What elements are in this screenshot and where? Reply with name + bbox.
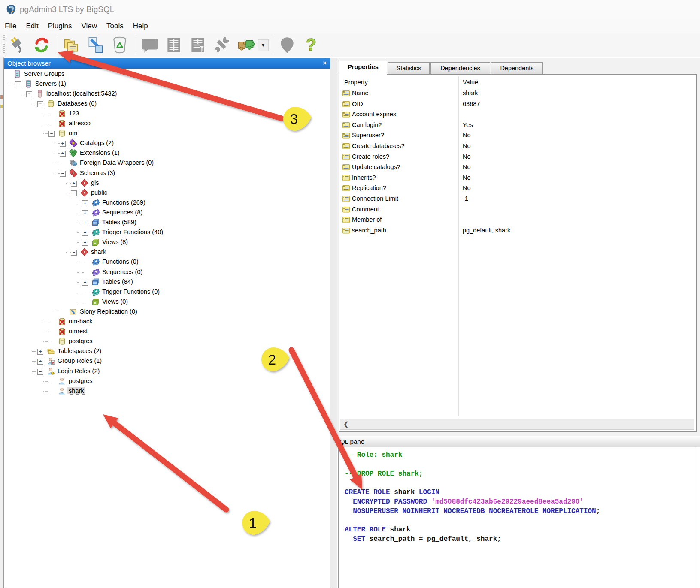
plugins-dropdown-button[interactable]: ▼ xyxy=(258,39,269,51)
tree-item-servers-1[interactable]: −Servers (1) xyxy=(4,79,330,89)
property-row-create-roles[interactable]: Create roles?No xyxy=(339,152,696,163)
object-properties-button[interactable] xyxy=(62,35,82,55)
tab-dependents[interactable]: Dependents xyxy=(491,62,543,74)
tree-item-login-roles-2[interactable]: −Login Roles (2) xyxy=(4,367,330,377)
tree-item-tables-589[interactable]: +Tables (589) xyxy=(4,218,330,228)
menu-help[interactable]: Help xyxy=(128,21,153,31)
tree-item-functions-269[interactable]: +Functions (269) xyxy=(4,198,330,208)
refresh-object-button[interactable] xyxy=(32,35,52,55)
help-button[interactable]: ? xyxy=(301,35,321,55)
tree-item-tables-84[interactable]: +Tables (84) xyxy=(4,277,330,287)
tree-item-postgres[interactable]: postgres xyxy=(4,337,330,347)
expander-plus-icon[interactable]: + xyxy=(82,240,88,246)
property-value: No xyxy=(463,184,471,191)
tree-item-label: Functions (269) xyxy=(101,199,147,206)
property-row-search-path[interactable]: search_pathpg_default, shark xyxy=(339,226,696,236)
expander-minus-icon[interactable]: − xyxy=(71,250,77,256)
tree-item-server-groups[interactable]: Server Groups xyxy=(4,69,330,79)
property-row-member-of[interactable]: Member of xyxy=(339,215,696,226)
tree-item-foreign-data-wrappers-0[interactable]: Foreign Data Wrappers (0) xyxy=(4,158,330,168)
sql-line xyxy=(345,460,600,470)
property-name: Create databases? xyxy=(352,142,405,149)
vertical-splitter[interactable] xyxy=(330,58,337,588)
menu-plugins[interactable]: Plugins xyxy=(43,21,77,31)
menu-edit[interactable]: Edit xyxy=(21,21,43,31)
plugins-menu-button[interactable] xyxy=(236,35,256,55)
tree-item-label: om-back xyxy=(67,318,94,325)
tab-dependencies[interactable]: Dependencies xyxy=(430,62,490,74)
tree-item-schemas-3[interactable]: −Schemas (3) xyxy=(4,169,330,178)
tree-item-functions-0[interactable]: Functions (0) xyxy=(4,257,330,267)
menu-view[interactable]: View xyxy=(76,21,102,31)
toolbar-grip[interactable] xyxy=(3,35,5,54)
property-value: No xyxy=(463,132,471,139)
tree-item-localhost-localhost-5432[interactable]: −localhost (localhost:5432) xyxy=(4,89,330,99)
expander-minus-icon[interactable]: − xyxy=(37,369,43,375)
tree-item-gis[interactable]: +gis xyxy=(4,178,330,188)
property-row-update-catalogs[interactable]: Update catalogs?No xyxy=(339,163,696,173)
property-row-account-expires[interactable]: Account expires xyxy=(339,110,696,120)
expander-plus-icon[interactable]: + xyxy=(60,141,66,147)
tree-item-shark[interactable]: −shark xyxy=(4,247,330,257)
expander-plus-icon[interactable]: + xyxy=(60,151,66,157)
expander-plus-icon[interactable]: + xyxy=(82,280,88,286)
expander-plus-icon[interactable]: + xyxy=(37,349,43,355)
tree-item-shark[interactable]: shark xyxy=(4,386,330,396)
expander-minus-icon[interactable]: − xyxy=(26,91,32,97)
property-row-oid[interactable]: OID63687 xyxy=(339,100,696,110)
tree-item-group-roles-1[interactable]: +Group Roles (1) xyxy=(4,356,330,366)
tree-item-sequences-0[interactable]: Sequences (0) xyxy=(4,268,330,277)
menu-file[interactable]: File xyxy=(0,21,21,31)
delete-object-button[interactable] xyxy=(110,35,130,55)
tree-item-extensions-1[interactable]: +Extensions (1) xyxy=(4,148,330,158)
expander-minus-icon[interactable]: − xyxy=(37,101,43,107)
property-row-can-login[interactable]: Can login?Yes xyxy=(339,121,696,131)
add-server-connection-button[interactable] xyxy=(8,35,27,55)
tree-item-catalogs-2[interactable]: +Catalogs (2) xyxy=(4,139,330,148)
expander-minus-icon[interactable]: − xyxy=(15,81,21,87)
sql-query-tool-button[interactable] xyxy=(86,35,106,55)
property-row-connection-limit[interactable]: Connection Limit-1 xyxy=(339,194,696,205)
horizontal-scrollbar[interactable]: ❮ xyxy=(340,419,694,430)
expander-plus-icon[interactable]: + xyxy=(82,220,88,226)
tree-item-alfresco[interactable]: alfresco xyxy=(4,119,330,129)
tree-item-om-back[interactable]: om-back xyxy=(4,317,330,327)
expander-plus-icon[interactable]: + xyxy=(71,181,77,187)
tab-properties[interactable]: Properties xyxy=(339,61,387,75)
tree-item-views-0[interactable]: Views (0) xyxy=(4,297,330,307)
tree-connector xyxy=(77,292,84,292)
tree-item-postgres[interactable]: postgres xyxy=(4,377,330,386)
tree-item-omrest[interactable]: omrest xyxy=(4,327,330,337)
expander-minus-icon[interactable]: − xyxy=(60,171,66,177)
tree-item-databases-6[interactable]: −Databases (6) xyxy=(4,99,330,109)
property-row-comment[interactable]: Comment xyxy=(339,205,696,215)
expander-minus-icon[interactable]: − xyxy=(71,190,77,196)
scroll-left-icon[interactable]: ❮ xyxy=(340,419,352,429)
tree-item-sequences-8[interactable]: +Sequences (8) xyxy=(4,208,330,218)
expander-plus-icon[interactable]: + xyxy=(82,200,88,206)
sql-pane[interactable]: -- Role: shark -- DROP ROLE shark; CREAT… xyxy=(338,447,696,588)
tab-statistics[interactable]: Statistics xyxy=(388,62,430,74)
expander-plus-icon[interactable]: + xyxy=(82,230,88,236)
property-row-replication[interactable]: Replication?No xyxy=(339,184,696,194)
tree-item-trigger-functions-0[interactable]: Trigger Functions (0) xyxy=(4,287,330,297)
expander-plus-icon[interactable]: + xyxy=(37,359,43,365)
tree-item-views-8[interactable]: +Views (8) xyxy=(4,238,330,247)
property-row-superuser[interactable]: Superuser?No xyxy=(339,131,696,141)
expander-minus-icon[interactable]: − xyxy=(48,131,55,137)
expander-plus-icon[interactable]: + xyxy=(82,210,88,216)
property-row-name[interactable]: Nameshark xyxy=(339,89,696,99)
tree-item-om[interactable]: −om xyxy=(4,129,330,139)
tree-item-tablespaces-2[interactable]: +Tablespaces (2) xyxy=(4,347,330,356)
property-row-create-databases[interactable]: Create databases?No xyxy=(339,142,696,152)
property-row-inherits[interactable]: Inherits?No xyxy=(339,173,696,184)
property-icon xyxy=(342,164,350,172)
tree-item-123[interactable]: 123 xyxy=(4,109,330,119)
tree-item-label: Login Roles (2) xyxy=(56,368,101,374)
tree-item-slony-replication-0[interactable]: Slony Replication (0) xyxy=(4,307,330,317)
close-icon[interactable]: × xyxy=(323,59,327,66)
tree-item-trigger-functions-40[interactable]: +Trigger Functions (40) xyxy=(4,228,330,238)
query-tool-icon xyxy=(86,49,106,56)
tree-item-public[interactable]: −public xyxy=(4,188,330,198)
menu-tools[interactable]: Tools xyxy=(102,21,128,31)
